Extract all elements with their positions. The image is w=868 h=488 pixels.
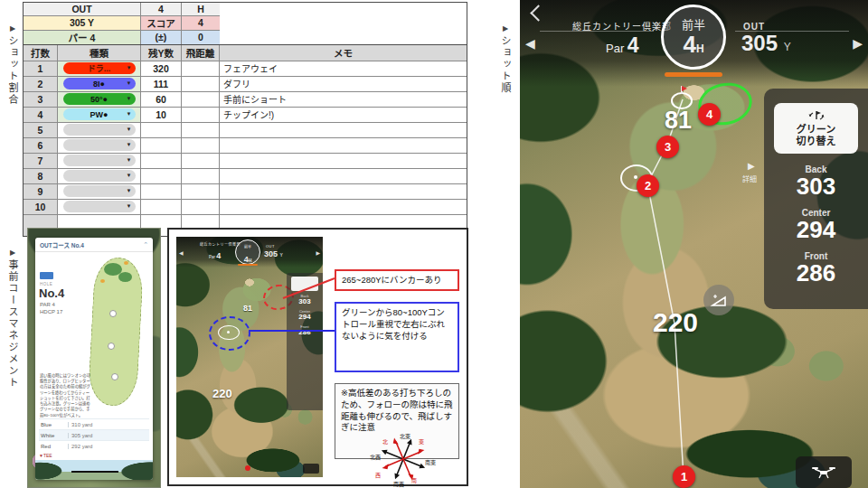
detail-expand-icon[interactable]: ▶ bbox=[748, 161, 755, 171]
score-value-cell[interactable]: 4 bbox=[182, 16, 220, 30]
memo-cell[interactable]: チップイン!) bbox=[220, 108, 467, 123]
remaining-cell[interactable] bbox=[141, 138, 182, 154]
green-shape bbox=[118, 272, 132, 282]
expand-arrow-icon[interactable]: ▶ bbox=[10, 25, 15, 33]
club-dropdown[interactable]: 50°●▼ bbox=[63, 93, 136, 105]
remaining-cell[interactable]: 10 bbox=[141, 108, 182, 123]
tee-distance: 310 yard bbox=[68, 422, 92, 427]
remaining-cell[interactable] bbox=[141, 123, 182, 138]
club-cell: ▼ bbox=[58, 123, 141, 138]
club-dropdown[interactable]: ▼ bbox=[63, 139, 136, 151]
score-label-cell: スコア bbox=[141, 16, 182, 30]
carry-cell[interactable] bbox=[182, 77, 220, 92]
shot-marker-2[interactable]: 2 bbox=[637, 174, 659, 197]
green-switch-button[interactable]: グリーン 切り替え bbox=[774, 103, 858, 154]
club-name: 総丘カントリー倶楽部 bbox=[200, 241, 241, 247]
carry-cell[interactable] bbox=[182, 108, 220, 123]
carry-cell[interactable] bbox=[182, 138, 220, 154]
table-row: 350°●▼60手前にショート bbox=[24, 92, 467, 108]
memo-cell[interactable] bbox=[220, 138, 467, 154]
memo-cell[interactable] bbox=[220, 123, 467, 138]
diff-value-cell[interactable]: 0 bbox=[182, 31, 220, 44]
shot-marker-1[interactable]: 1 bbox=[673, 465, 695, 488]
slope-icon[interactable] bbox=[703, 285, 734, 315]
group-pre-course-management[interactable]: ▶ 事前コースマネジメント bbox=[5, 249, 20, 389]
expand-arrow-icon[interactable]: ▶ bbox=[503, 25, 508, 33]
memo-cell[interactable]: ダフリ bbox=[220, 77, 467, 92]
remaining-cell[interactable] bbox=[141, 184, 182, 200]
landing-point bbox=[218, 325, 240, 340]
course-cell[interactable]: OUT bbox=[24, 3, 141, 16]
club-dropdown[interactable]: ▼ bbox=[63, 155, 136, 166]
club-dropdown[interactable]: ▼ bbox=[63, 124, 136, 136]
distance-dot bbox=[108, 343, 115, 350]
memo-cell[interactable] bbox=[220, 200, 467, 215]
hole-number-cell[interactable]: 4 bbox=[141, 3, 182, 16]
remaining-cell[interactable]: 60 bbox=[141, 92, 182, 108]
carry-cell[interactable] bbox=[182, 154, 220, 169]
club-dropdown[interactable]: 8I●▼ bbox=[63, 78, 136, 89]
group-shot-order-label: ショット順 bbox=[498, 35, 513, 94]
carry-cell[interactable] bbox=[182, 123, 220, 138]
chevron-down-icon: ▼ bbox=[127, 173, 132, 178]
shot-marker-3[interactable]: 3 bbox=[656, 136, 679, 158]
memo-cell[interactable]: フェアウェイ bbox=[220, 61, 467, 77]
stroke-number: 1 bbox=[24, 61, 58, 77]
carry-cell[interactable] bbox=[182, 184, 220, 200]
table-row: 9▼ bbox=[24, 184, 467, 200]
expand-arrow-icon[interactable]: ▶ bbox=[10, 249, 15, 257]
club-dropdown-value: 50°● bbox=[90, 95, 108, 104]
group-shot-order[interactable]: ▶ ショット順 bbox=[498, 25, 513, 94]
green-distance-panel: グリーン 切り替え Back 303 Center 294 Front 286 bbox=[764, 89, 868, 309]
club-dropdown[interactable]: ▼ bbox=[63, 185, 136, 197]
remaining-cell[interactable]: 320 bbox=[141, 61, 182, 77]
compass-label-red: 東 bbox=[419, 438, 424, 446]
next-hole-button[interactable]: ▶ bbox=[853, 36, 863, 51]
distance-value: 303 bbox=[287, 298, 323, 306]
green-switch-button bbox=[291, 277, 318, 291]
group-shot-ratio-label: ショット割合 bbox=[5, 35, 20, 106]
remaining-cell[interactable] bbox=[141, 154, 182, 169]
group-shot-ratio[interactable]: ▶ ショット割合 bbox=[5, 25, 20, 106]
par-cell[interactable]: パー 4 bbox=[24, 31, 141, 44]
club-dropdown[interactable]: ▼ bbox=[63, 201, 136, 212]
shot-marker-4[interactable]: 4 bbox=[698, 103, 721, 126]
club-dropdown[interactable]: ドラ...▼ bbox=[63, 62, 136, 74]
remaining-cell[interactable]: 111 bbox=[141, 77, 182, 92]
carry-cell[interactable] bbox=[182, 61, 220, 77]
drone-view-button[interactable] bbox=[796, 456, 852, 488]
distance-value: 286 bbox=[764, 261, 868, 285]
club-dropdown[interactable]: PW●▼ bbox=[63, 108, 136, 120]
map-tool-icon bbox=[303, 464, 319, 474]
chevron-down-icon: ▼ bbox=[127, 111, 132, 117]
distance-dot bbox=[111, 373, 118, 380]
memo-cell[interactable]: 手前にショート bbox=[220, 92, 467, 108]
club-dropdown[interactable]: ▼ bbox=[63, 170, 136, 182]
yardage-cell[interactable]: 305 Y bbox=[24, 16, 141, 30]
annotation-strategy: グリーンから80~100Yコントロール重視で左右にぶれないように気を付ける bbox=[335, 302, 459, 372]
par-label: Par bbox=[606, 42, 624, 55]
carry-cell[interactable] bbox=[182, 169, 220, 184]
golf-app-view: 81 220 4 3 2 1 総丘カントリー倶楽部 Par 4 前半 4H OU… bbox=[520, 0, 868, 488]
back-icon[interactable] bbox=[530, 5, 546, 21]
remaining-cell[interactable] bbox=[141, 200, 182, 215]
mini-map-header: 総丘カントリー倶楽部 ◀ Par 4 前半 4H OUT 305 Y ▶ bbox=[176, 237, 323, 267]
memo-cell[interactable] bbox=[220, 169, 467, 184]
prev-hole-button[interactable]: ◀ bbox=[525, 36, 535, 51]
half-label: 前半 bbox=[236, 244, 259, 249]
memo-cell[interactable] bbox=[220, 154, 467, 169]
club-cell: ▼ bbox=[58, 184, 141, 200]
col-club: 種類 bbox=[58, 45, 141, 61]
memo-cell[interactable] bbox=[220, 184, 467, 200]
hole-unit: H bbox=[249, 258, 252, 263]
carry-cell[interactable] bbox=[182, 200, 220, 215]
distance-value: 294 bbox=[287, 314, 323, 322]
carry-cell[interactable] bbox=[182, 92, 220, 108]
remaining-cell[interactable] bbox=[141, 169, 182, 184]
hole-unit-cell[interactable]: H bbox=[182, 3, 220, 16]
stroke-number: 2 bbox=[24, 77, 58, 92]
table-row: 4PW●▼10チップイン!) bbox=[24, 108, 467, 123]
chevron-down-icon: ▼ bbox=[127, 65, 132, 70]
group-pre-course-label: 事前コースマネジメント bbox=[5, 259, 20, 389]
collapse-icon[interactable]: ⌃ bbox=[143, 241, 148, 249]
